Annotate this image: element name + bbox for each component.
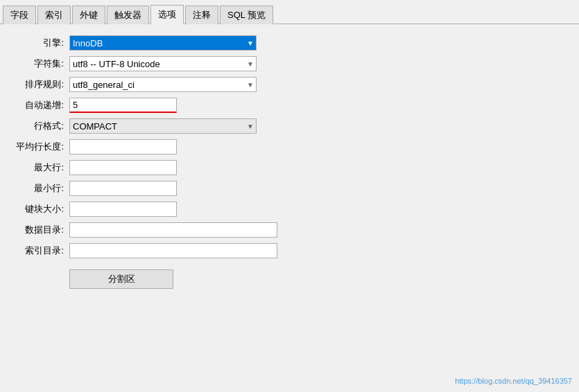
max-rows-label: 最大行:: [14, 161, 69, 174]
data-dir-control: [69, 222, 277, 238]
charset-row: 字符集: utf8 -- UTF-8 Unicode latin1 ▼: [14, 56, 565, 71]
options-panel: 引擎: InnoDB MyISAM MEMORY ▼ 字符集: utf8 --: [0, 24, 579, 392]
collation-select-wrapper: utf8_general_ci utf8_unicode_ci ▼: [69, 77, 257, 92]
key-block-row: 键块大小:: [14, 202, 565, 217]
collation-control: utf8_general_ci utf8_unicode_ci ▼: [69, 77, 257, 92]
tab-bar: 字段 索引 外键 触发器 选项 注释 SQL 预览: [0, 0, 579, 24]
min-rows-row: 最小行:: [14, 181, 565, 196]
index-dir-row: 索引目录:: [14, 243, 565, 258]
min-rows-label: 最小行:: [14, 182, 69, 195]
tab-indexes[interactable]: 索引: [37, 6, 71, 24]
collation-label: 排序规则:: [14, 78, 69, 91]
collation-row: 排序规则: utf8_general_ci utf8_unicode_ci ▼: [14, 77, 565, 92]
data-dir-row: 数据目录:: [14, 222, 565, 238]
avg-row-control: [69, 139, 177, 154]
engine-select[interactable]: InnoDB MyISAM MEMORY: [69, 35, 257, 51]
data-dir-label: 数据目录:: [14, 224, 69, 236]
avg-row-input[interactable]: [69, 139, 177, 154]
auto-increment-control: [69, 98, 177, 113]
charset-select[interactable]: utf8 -- UTF-8 Unicode latin1: [69, 56, 257, 71]
data-dir-input[interactable]: [69, 222, 277, 238]
tab-options[interactable]: 选项: [150, 5, 184, 24]
avg-row-label: 平均行长度:: [14, 141, 69, 153]
tab-foreign-keys[interactable]: 外键: [72, 6, 105, 24]
collation-select[interactable]: utf8_general_ci utf8_unicode_ci: [69, 77, 257, 92]
min-rows-control: [69, 181, 177, 196]
auto-increment-row: 自动递增:: [14, 98, 565, 113]
index-dir-control: [69, 243, 277, 258]
key-block-input[interactable]: [69, 202, 177, 217]
tab-sql-preview[interactable]: SQL 预览: [220, 6, 273, 24]
partition-button[interactable]: 分割区: [69, 269, 173, 289]
charset-label: 字符集:: [14, 57, 69, 70]
tab-triggers[interactable]: 触发器: [107, 6, 149, 24]
watermark: https://blog.csdn.net/qq_39416357: [455, 377, 572, 385]
index-dir-label: 索引目录:: [14, 244, 69, 257]
auto-increment-input[interactable]: [69, 98, 177, 113]
index-dir-input[interactable]: [69, 243, 277, 258]
partition-row: 分割区: [14, 264, 565, 289]
key-block-control: [69, 202, 177, 217]
max-rows-control: [69, 160, 177, 175]
engine-control: InnoDB MyISAM MEMORY ▼: [69, 35, 257, 51]
engine-select-wrapper: InnoDB MyISAM MEMORY ▼: [69, 35, 257, 51]
max-rows-input[interactable]: [69, 160, 177, 175]
charset-select-wrapper: utf8 -- UTF-8 Unicode latin1 ▼: [69, 56, 257, 71]
engine-row: 引擎: InnoDB MyISAM MEMORY ▼: [14, 35, 565, 51]
row-format-select[interactable]: COMPACT DYNAMIC FIXED COMPRESSED REDUNDA…: [69, 118, 257, 134]
tab-comments[interactable]: 注释: [185, 6, 218, 24]
row-format-label: 行格式:: [14, 120, 69, 132]
key-block-label: 键块大小:: [14, 203, 69, 215]
min-rows-input[interactable]: [69, 181, 177, 196]
auto-increment-label: 自动递增:: [14, 99, 69, 112]
avg-row-row: 平均行长度:: [14, 139, 565, 154]
max-rows-row: 最大行:: [14, 160, 565, 175]
row-format-select-wrapper: COMPACT DYNAMIC FIXED COMPRESSED REDUNDA…: [69, 118, 257, 134]
row-format-control: COMPACT DYNAMIC FIXED COMPRESSED REDUNDA…: [69, 118, 257, 134]
engine-label: 引擎:: [14, 37, 69, 49]
tab-fields[interactable]: 字段: [3, 6, 36, 24]
charset-control: utf8 -- UTF-8 Unicode latin1 ▼: [69, 56, 257, 71]
row-format-row: 行格式: COMPACT DYNAMIC FIXED COMPRESSED RE…: [14, 118, 565, 134]
main-window: 字段 索引 外键 触发器 选项 注释 SQL 预览 引擎: InnoDB MyI…: [0, 0, 579, 392]
